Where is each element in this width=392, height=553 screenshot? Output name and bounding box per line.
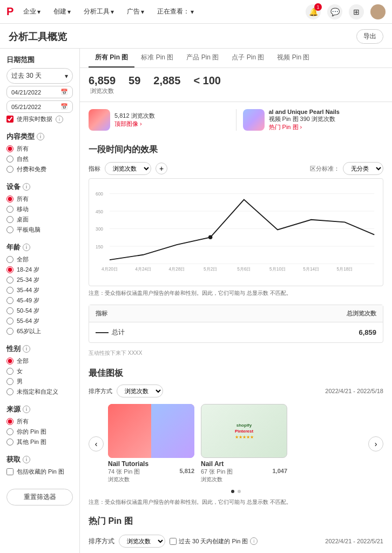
message-icon[interactable]: 💬 (327, 4, 342, 19)
chevron-down-icon: ▾ (111, 8, 114, 16)
add-metric-button[interactable]: + (156, 163, 167, 174)
featured-row: 5,812 浏览次数 顶部图像 › al and Unique Pearl Na… (80, 102, 392, 138)
boards-sort-select[interactable]: 浏览次数 (117, 385, 163, 397)
age-label: 年龄 i (6, 242, 73, 252)
gender-male[interactable]: 男 (6, 377, 73, 386)
svg-text:5月14日: 5月14日 (303, 267, 319, 272)
nav-analytics[interactable]: 分析工具 ▾ (80, 5, 117, 18)
featured-right-title: al and Unique Pearl Nails (269, 109, 340, 115)
chevron-down-icon: ▾ (67, 8, 71, 16)
date-start-input[interactable]: 04/21/2022 📅 (6, 86, 73, 98)
carousel-prev-button[interactable]: ‹ (89, 436, 104, 451)
metrics-line-icon (96, 332, 109, 333)
board-card-0: Nail Tutorials 74 张 Pin 图 5,812 浏览次数 (108, 404, 194, 483)
svg-text:4月28日: 4月28日 (168, 267, 185, 272)
nav-viewing-label: 正在查看： (157, 7, 190, 16)
age-all[interactable]: 全部 (6, 255, 73, 264)
content-type-section: 内容类型 i 所有 自然 付费和免费 (6, 132, 73, 173)
page-title: 分析工具概览 (9, 30, 67, 43)
age-18-24[interactable]: 18-24 岁 (6, 266, 73, 274)
board-name-0: Nail Tutorials (108, 460, 194, 468)
performance-title: 一段时间内的效果 (80, 138, 392, 159)
featured-right-views: 视频 Pin 图 390 浏览次数 (269, 115, 340, 123)
carousel-dots (80, 488, 392, 495)
tab-product-pins[interactable]: 产品 Pin 图 (180, 49, 225, 68)
reset-filters-button[interactable]: 重置筛选器 (6, 489, 73, 505)
age-25-34[interactable]: 25-34 岁 (6, 276, 73, 284)
notification-badge: 1 (314, 3, 322, 11)
info-icon: i (37, 133, 44, 140)
calendar-icon: 📅 (60, 103, 68, 110)
featured-left-link[interactable]: 顶部图像 › (114, 120, 142, 127)
tab-all-pins[interactable]: 所有 Pin 图 (89, 49, 134, 68)
notification-icon[interactable]: 🔔 1 (306, 4, 321, 19)
pickup-checkbox[interactable]: 包括收藏的 Pin 图 (6, 468, 73, 476)
stat-views-label: 浏览次数 (89, 87, 116, 95)
nav-viewing[interactable]: 正在查看： ▾ (154, 5, 197, 18)
chart-controls: 指标 浏览次数 + 区分标准： 无分类 (80, 159, 392, 178)
age-50-54[interactable]: 50-54 岁 (6, 307, 73, 315)
hot-pins-sort-label: 排序方式 (89, 537, 114, 546)
hot-pins-checkbox[interactable] (170, 538, 177, 545)
benchmark-select[interactable]: 无分类 (343, 162, 383, 175)
hot-pins-sort-select[interactable]: 浏览次数 (119, 535, 165, 548)
metric-select[interactable]: 浏览次数 (105, 162, 151, 175)
age-55-64[interactable]: 55-64 岁 (6, 317, 73, 325)
date-preset-select[interactable]: 过去 30 天 ▾ (6, 68, 73, 84)
metrics-table-header: 指标 总浏览次数 (89, 305, 383, 322)
content-type-natural[interactable]: 自然 (6, 155, 73, 163)
age-45-49[interactable]: 45-49 岁 (6, 296, 73, 305)
featured-left: 5,812 浏览次数 顶部图像 › (89, 109, 229, 131)
stats-row: 6,859 浏览次数 59 2,885 < 100 (80, 68, 392, 102)
featured-right-link[interactable]: 热门 Pin 图 › (269, 124, 302, 130)
hot-pins-checkbox-label[interactable]: 过去 30 天内创建的 Pin 图 i (170, 537, 258, 545)
realtime-checkbox[interactable] (6, 116, 13, 123)
board-views-1: 1,047 (272, 468, 287, 476)
gender-all[interactable]: 全部 (6, 357, 73, 365)
metrics-col2: 总浏览次数 (347, 309, 376, 318)
performance-chart: 600 450 300 150 4月20日 4月24日 4月28日 5月2日 (96, 185, 376, 279)
nav-ads[interactable]: 广告 ▾ (124, 5, 147, 18)
svg-text:4月24日: 4月24日 (135, 267, 151, 272)
dot-0 (231, 490, 234, 493)
device-all[interactable]: 所有 (6, 195, 73, 203)
chevron-down-icon: ▾ (191, 8, 194, 16)
avatar[interactable] (370, 4, 386, 19)
featured-right: al and Unique Pearl Nails 视频 Pin 图 390 浏… (243, 109, 384, 131)
metric-label: 指标 (89, 165, 100, 173)
age-section: 年龄 i 全部 18-24 岁 25-34 岁 35-44 岁 45-49 岁 … (6, 242, 73, 335)
source-your[interactable]: 你的 Pin 图 (6, 428, 73, 436)
board-pin-count-0: 74 张 Pin 图 (108, 468, 140, 476)
tab-video-pins[interactable]: 视频 Pin 图 (271, 49, 316, 68)
device-tablet[interactable]: 平板电脑 (6, 226, 73, 234)
nav-create[interactable]: 创建 ▾ (50, 5, 74, 18)
date-end-input[interactable]: 05/21/2022 📅 (6, 100, 73, 113)
tab-standard-pins[interactable]: 标准 Pin 图 (134, 49, 180, 68)
gender-group: 全部 女 男 未指定和自定义 (6, 357, 73, 396)
age-35-44[interactable]: 35-44 岁 (6, 286, 73, 294)
content-type-paid[interactable]: 付费和免费 (6, 165, 73, 173)
metrics-row-label: 总计 (112, 328, 125, 337)
nav-analytics-label: 分析工具 (84, 7, 110, 16)
content-type-all[interactable]: 所有 (6, 145, 73, 153)
device-mobile[interactable]: 移动 (6, 205, 73, 213)
export-button[interactable]: 导出 (356, 29, 383, 44)
svg-text:5月6日: 5月6日 (237, 267, 251, 272)
hot-pins-left: 排序方式 浏览次数 过去 30 天内创建的 Pin 图 i (89, 535, 258, 548)
device-group: 所有 移动 桌面 平板电脑 (6, 195, 73, 234)
nav-enterprise[interactable]: 企业 ▾ (20, 5, 44, 18)
featured-left-thumb (89, 109, 110, 131)
grid-icon[interactable]: ⊞ (349, 4, 364, 19)
pinterest-logo[interactable]: P (6, 5, 13, 18)
carousel-next-button[interactable]: › (368, 436, 383, 451)
gender-unspecified[interactable]: 未指定和自定义 (6, 388, 73, 396)
tab-idea-pins[interactable]: 点子 Pin 图 (225, 49, 271, 68)
device-desktop[interactable]: 桌面 (6, 215, 73, 224)
gender-female[interactable]: 女 (6, 367, 73, 375)
device-section: 设备 i 所有 移动 桌面 平板电脑 (6, 182, 73, 234)
source-other[interactable]: 其他 Pin 图 (6, 438, 73, 446)
source-all[interactable]: 所有 (6, 417, 73, 426)
age-65plus[interactable]: 65岁以上 (6, 327, 73, 335)
board-views-0: 5,812 (179, 468, 194, 476)
main-layout: 日期范围 过去 30 天 ▾ 04/21/2022 📅 05/21/2022 📅… (0, 49, 392, 553)
